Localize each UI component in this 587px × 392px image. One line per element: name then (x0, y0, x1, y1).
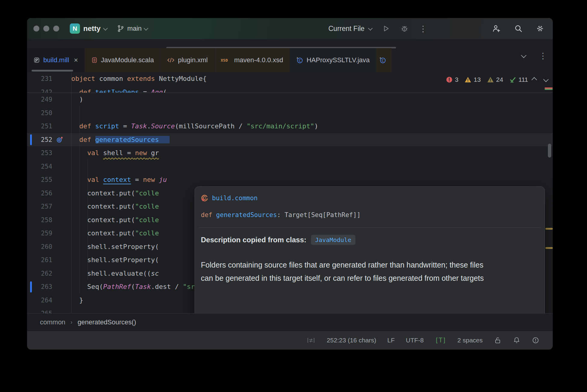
code-line-252[interactable]: 252 def generatedSources (27, 133, 553, 147)
code-text: Seq(PathRef(Task.dest / "src")) (71, 280, 211, 294)
hidden-tabs-button[interactable] (522, 39, 526, 72)
weak-warnings-item[interactable]: 24 (487, 76, 503, 83)
errors-item[interactable]: 3 (446, 76, 459, 83)
git-branch-icon (117, 25, 124, 32)
java-class-icon: C (296, 57, 303, 64)
sync-columns-icon (306, 336, 315, 344)
unlock-icon (494, 336, 502, 344)
tab-plugin.xml[interactable]: plugin.xml (160, 48, 214, 72)
tab-JavaModule.scala[interactable]: JavaModule.scala (85, 48, 160, 72)
popup-description-row: Description copied from class: JavaModul… (201, 235, 355, 245)
editor-scrollbar-thumb[interactable] (548, 144, 551, 158)
debug-button[interactable] (400, 25, 409, 32)
gutter[interactable]: 262 (27, 267, 71, 280)
gutter[interactable]: 256 (27, 187, 71, 200)
gutter[interactable]: 259 (27, 227, 71, 240)
line-number: 262 (27, 267, 52, 280)
gutter[interactable]: 261 (27, 253, 71, 267)
check-squiggle-icon (509, 76, 516, 83)
run-configuration-selector[interactable]: Current File (328, 25, 372, 33)
zoom-window-button[interactable] (53, 26, 59, 32)
highlighting-level-label: [T] (435, 337, 446, 344)
statusbar-highlighting-level[interactable]: [T] (435, 337, 446, 344)
close-window-button[interactable] (33, 26, 39, 32)
code-line-253[interactable]: 253 val shell = new gr (27, 146, 553, 160)
code-line-251[interactable]: 251 def script = Task.Source(millSourceP… (27, 120, 553, 133)
gutter[interactable]: 252 (27, 133, 71, 147)
gutter[interactable]: 250 (27, 106, 71, 120)
window-controls (33, 26, 59, 32)
code-text: def script = Task.Source(millSourcePath … (71, 120, 318, 133)
statusbar-file-encoding[interactable]: UTF-8 (406, 337, 424, 344)
settings-gear-button[interactable] (536, 24, 544, 33)
code-line-255[interactable]: 255 val context = new ju (27, 173, 553, 187)
error-circle-icon (532, 336, 539, 344)
titlebar: N netty main Current File ⋮ (27, 18, 553, 39)
run-button[interactable] (382, 25, 390, 32)
gutter[interactable]: 231 (27, 72, 71, 86)
breadcrumb-item[interactable]: generatedSources() (78, 318, 136, 326)
next-problem-button[interactable] (543, 76, 549, 82)
code-text: val context = new ju (71, 173, 167, 187)
tab-HAProxySSLTLV.java[interactable]: CHAProxySSLTLV.java (289, 48, 376, 72)
vcs-branch-widget[interactable]: main (117, 25, 148, 32)
gutter[interactable]: 253 (27, 146, 71, 160)
gutter[interactable]: 264 (27, 294, 71, 307)
tab-scroll-thumb[interactable] (32, 70, 73, 72)
line-number: 252 (27, 133, 52, 147)
line-number: 250 (27, 106, 52, 120)
gutter[interactable]: 263 (27, 280, 71, 294)
tab-build.mill[interactable]: build.mill× (27, 48, 85, 72)
line-number: 259 (27, 227, 52, 240)
statusbar-column-selection-toggle[interactable] (306, 336, 315, 344)
override-icon[interactable] (56, 136, 64, 144)
class-chip[interactable]: JavaModule (311, 235, 355, 245)
gutter[interactable]: 254 (27, 160, 71, 173)
line-number: 264 (27, 294, 52, 307)
popup-context-link[interactable]: build.common (212, 194, 258, 202)
code-with-me-button[interactable] (492, 24, 501, 33)
gutter[interactable]: 242 (27, 86, 71, 93)
gutter[interactable]: 251 (27, 120, 71, 133)
tab-maven-4.0.0.xsd[interactable]: XSDmaven-4.0.0.xsd (214, 48, 290, 72)
statusbar-inspections-status[interactable] (532, 336, 539, 344)
gutter[interactable]: 265 (27, 307, 71, 313)
statusbar-caret-position[interactable]: 252:23 (16 chars) (327, 337, 376, 344)
more-run-actions-button[interactable]: ⋮ (419, 25, 427, 33)
statusbar-line-separator[interactable]: LF (387, 337, 395, 344)
gutter-separator (71, 72, 72, 313)
tab-label: plugin.xml (178, 56, 208, 64)
code-line-249[interactable]: 249 ) (27, 93, 553, 106)
line-number: 260 (27, 240, 52, 254)
gutter[interactable]: 258 (27, 213, 71, 227)
line-number: 254 (27, 160, 52, 173)
weak-warning-badge-icon (487, 76, 494, 83)
code-text: ) (71, 93, 83, 106)
close-tab-icon[interactable]: × (74, 57, 78, 64)
gutter[interactable]: 260 (27, 240, 71, 254)
search-everywhere-button[interactable] (514, 24, 523, 33)
statusbar-lock-status[interactable] (494, 336, 502, 344)
previous-problem-button[interactable] (531, 77, 537, 82)
gutter[interactable]: 255 (27, 173, 71, 187)
code-line-254[interactable]: 254 (27, 160, 553, 173)
line-number: 251 (27, 120, 52, 133)
gutter[interactable]: 257 (27, 200, 71, 213)
tab-label: JavaModule.scala (101, 56, 154, 64)
warnings-count: 13 (474, 76, 481, 83)
minimize-window-button[interactable] (43, 26, 49, 32)
gutter[interactable]: 249 (27, 93, 71, 106)
statusbar-notifications[interactable] (513, 336, 521, 344)
code-line-250[interactable]: 250 (27, 106, 553, 120)
warnings-item[interactable]: 13 (464, 76, 481, 83)
statusbar-indent-style[interactable]: 2 spaces (457, 337, 483, 344)
project-logo-icon: N (70, 23, 80, 34)
line-separator-label: LF (387, 337, 395, 344)
tab-clipped[interactable]: C (376, 48, 392, 72)
passed-item[interactable]: 111 (509, 76, 528, 83)
tab-options-button[interactable]: ⋮ (539, 39, 547, 72)
editor-area[interactable]: 249 )250251 def script = Task.Source(mil… (27, 72, 553, 313)
breadcrumb-item[interactable]: common (40, 318, 65, 326)
run-toolbar: Current File ⋮ (328, 18, 427, 39)
project-widget[interactable]: N netty (70, 23, 107, 34)
